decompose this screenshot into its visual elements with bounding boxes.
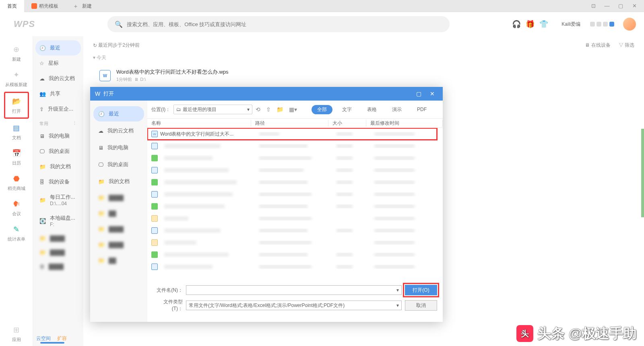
- search-box[interactable]: 🔍: [107, 16, 450, 32]
- rail-calendar[interactable]: 📅日历: [4, 145, 29, 169]
- filename-combo[interactable]: ▾: [186, 285, 402, 295]
- header-icons: 🎧 🎁 👕 Kaili爱编: [512, 18, 636, 31]
- side-share[interactable]: 👥共享: [35, 86, 81, 101]
- side-cloud[interactable]: ☁我的云文档: [35, 71, 81, 86]
- dlg-side-blur1[interactable]: 📁████: [93, 191, 144, 205]
- rail-from-template[interactable]: ✦从模板新建: [4, 66, 29, 91]
- side-desktop[interactable]: 🖵我的桌面: [35, 144, 81, 159]
- cloud-icon: ☁: [39, 76, 45, 82]
- list-item[interactable]: WWord表格中的文字行间距过大不...: [147, 128, 437, 140]
- avatar[interactable]: [623, 18, 636, 31]
- dialog-close-icon[interactable]: ✕: [427, 89, 438, 99]
- clock-icon: 🕘: [98, 111, 105, 117]
- view-icon[interactable]: ▦▾: [289, 106, 297, 113]
- dlg-side-cloud[interactable]: ☁我的云文档: [93, 123, 144, 138]
- rail-doc[interactable]: ▤文档: [4, 119, 29, 144]
- side-docs[interactable]: 📁我的文档: [35, 159, 81, 174]
- shirt-icon[interactable]: 👕: [540, 20, 548, 28]
- tab-home[interactable]: 首页: [0, 0, 24, 12]
- dlg-side-blur5[interactable]: 📁██: [93, 253, 144, 268]
- dlg-side-blur3[interactable]: 📁████: [93, 222, 144, 236]
- computer-icon: 🖥: [39, 133, 45, 139]
- document-icon: ▤: [11, 123, 22, 133]
- list-item[interactable]: [147, 237, 437, 249]
- rail-store[interactable]: ⬣稻壳商城: [4, 170, 29, 195]
- rail-new[interactable]: ⊕新建: [4, 41, 29, 66]
- dlg-side-recent[interactable]: 🕘最近: [93, 106, 144, 122]
- side-blur3[interactable]: 🗑████: [35, 260, 81, 274]
- rail-apps[interactable]: ⊞应用: [4, 321, 29, 346]
- list-item[interactable]: [147, 224, 437, 237]
- side-computer[interactable]: 🖥我的电脑: [35, 128, 81, 144]
- col-size[interactable]: 大小: [328, 120, 366, 127]
- side-local[interactable]: 💽本地磁盘...F:: [35, 210, 81, 231]
- dialog-file-list[interactable]: WWord表格中的文字行间距过大不...: [147, 128, 443, 281]
- gift-icon[interactable]: 🎁: [526, 20, 534, 28]
- open-button[interactable]: 打开(O): [405, 285, 437, 295]
- cloud-space-link[interactable]: 云空间: [36, 335, 51, 342]
- list-item[interactable]: [147, 200, 437, 212]
- win-compact-icon[interactable]: ⊡: [589, 2, 597, 10]
- sync-icon: ↻: [93, 43, 98, 48]
- wps-file-icon: W: [99, 70, 111, 81]
- new-folder-icon[interactable]: 📁: [277, 106, 283, 113]
- win-maximize-icon[interactable]: ▢: [617, 2, 625, 10]
- filter-text[interactable]: 文字: [336, 105, 357, 114]
- tab-new[interactable]: ＋新建: [66, 0, 99, 12]
- share-icon: 👥: [39, 91, 46, 97]
- file-row[interactable]: W Word表格中的文字行间距过大不好看怎么办.wps 1分钟前 🗎 D:\: [93, 64, 634, 86]
- side-devices[interactable]: 🗄我的设备: [35, 174, 81, 189]
- side-blur1[interactable]: 📁████: [35, 231, 81, 245]
- filter-slide[interactable]: 演示: [386, 105, 407, 114]
- open-dialog: W 打开 ▢ ✕ 🕘最近 ☁我的云文档 🖥我的电脑 🖵我的桌面 📁我的文档 📁█…: [90, 87, 443, 322]
- side-recent[interactable]: 🕘最近: [35, 40, 81, 56]
- win-close-icon[interactable]: ✕: [630, 2, 638, 10]
- side-daily[interactable]: 📁每日工作...D:\....04: [35, 189, 81, 210]
- col-name[interactable]: 名称: [147, 120, 251, 127]
- list-item[interactable]: [147, 164, 437, 176]
- user-name: Kaili爱编: [561, 21, 580, 28]
- online-devices-link[interactable]: 🖥 在线设备: [585, 42, 610, 49]
- rail-meeting[interactable]: 🗣会议: [4, 196, 29, 220]
- list-item[interactable]: [147, 188, 437, 200]
- back-icon[interactable]: ⟲: [256, 106, 260, 113]
- filter-link[interactable]: ▽ 筛选: [619, 42, 634, 49]
- filter-pdf[interactable]: PDF: [411, 105, 432, 113]
- dlg-side-desktop[interactable]: 🖵我的桌面: [93, 157, 144, 172]
- rail-open[interactable]: 📂打开: [4, 92, 29, 119]
- dialog-maximize-icon[interactable]: ▢: [413, 89, 424, 99]
- col-path[interactable]: 路径: [251, 120, 328, 127]
- dlg-side-blur4[interactable]: 📁████: [93, 238, 144, 252]
- location-select[interactable]: 🗂 最近使用的项目▾: [173, 105, 252, 114]
- filter-sheet[interactable]: 表格: [361, 105, 382, 114]
- list-item[interactable]: [147, 140, 437, 152]
- search-input[interactable]: [127, 21, 442, 27]
- up-icon[interactable]: ⇧: [266, 106, 271, 113]
- filter-all[interactable]: 全部: [312, 105, 332, 114]
- expand-link[interactable]: 扩容: [57, 335, 67, 342]
- dlg-side-blur2[interactable]: 📁██: [93, 206, 144, 220]
- search-icon: 🔍: [115, 21, 123, 28]
- magic-icon: ✦: [11, 70, 22, 80]
- plus-circle-icon: ⊕: [11, 44, 22, 55]
- list-item[interactable]: [147, 152, 437, 164]
- folder-icon: 📁: [39, 164, 46, 170]
- dlg-side-docs[interactable]: 📁我的文档: [93, 174, 144, 189]
- list-item[interactable]: [147, 176, 437, 188]
- win-minimize-icon[interactable]: —: [603, 2, 611, 10]
- apps-icon: ⊞: [11, 325, 22, 335]
- side-star[interactable]: ☆星标: [35, 56, 81, 71]
- side-upgrade[interactable]: ⇧升级至企...: [35, 101, 81, 117]
- dialog-footer: 文件名(N)： ▾ 打开(O) 文件类型(T)： 常用文件(文字/Word格式;…: [147, 281, 443, 322]
- side-blur2[interactable]: 📁████: [35, 245, 81, 260]
- dlg-side-computer[interactable]: 🖥我的电脑: [93, 140, 144, 155]
- tab-template[interactable]: 稻壳模板: [24, 0, 66, 12]
- list-item[interactable]: [147, 249, 437, 261]
- rail-form[interactable]: ✎统计表单: [4, 221, 29, 245]
- cancel-button[interactable]: 取消: [405, 300, 437, 311]
- col-date[interactable]: 最后修改时间: [366, 120, 443, 127]
- filetype-combo[interactable]: 常用文件(文字/Word格式;表格/Excel格式;演示/PowerPoint格…: [186, 301, 402, 310]
- list-item[interactable]: [147, 261, 437, 273]
- list-item[interactable]: [147, 212, 437, 224]
- headset-icon[interactable]: 🎧: [512, 20, 520, 28]
